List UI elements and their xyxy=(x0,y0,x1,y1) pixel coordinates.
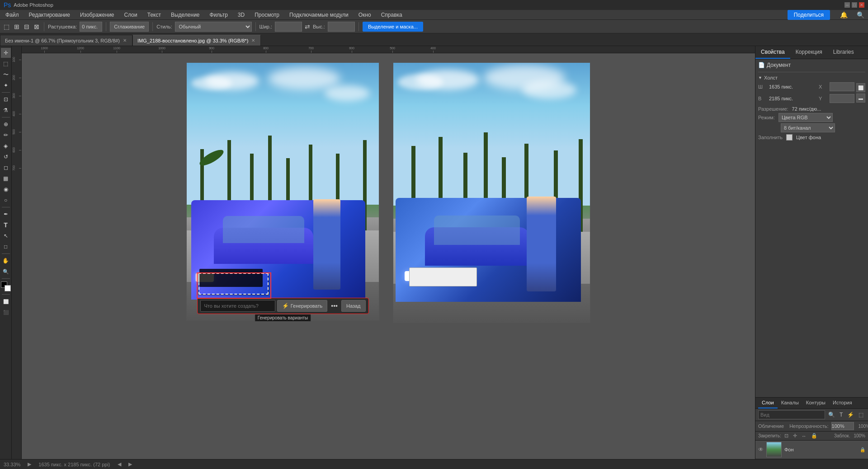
sep3 xyxy=(152,22,153,31)
path-select-tool[interactable]: ↖ xyxy=(1,231,11,241)
mode-select[interactable]: Цвета RGB CMYK Оттенки серого xyxy=(778,113,833,122)
history-brush-tool[interactable]: ↺ xyxy=(1,152,11,162)
lock-pixels-btn[interactable]: ⊡ xyxy=(783,432,790,439)
eraser-tool[interactable]: ◻ xyxy=(1,163,11,173)
bits-row: 8 бит/канал 16 бит/канал 32 бит/канал xyxy=(758,123,865,132)
layers-tab-paths[interactable]: Контуры xyxy=(802,398,829,408)
generate-more-button[interactable]: ••• xyxy=(329,302,340,310)
layers-effects-btn[interactable]: ⚡ xyxy=(846,411,855,418)
shirina-input[interactable] xyxy=(275,22,302,32)
intersect-selection-btn[interactable]: ⊠ xyxy=(33,22,40,31)
ruler-h-label-6: 800 xyxy=(263,47,269,50)
menu-plugins[interactable]: Подключаемые модули xyxy=(288,11,350,19)
move-tool[interactable]: ✛ xyxy=(1,48,11,58)
menu-file[interactable]: Файл xyxy=(4,11,21,19)
dodge-tool[interactable]: ○ xyxy=(1,195,11,205)
lock-position-btn[interactable]: ✛ xyxy=(792,432,798,439)
magic-wand-tool[interactable]: ✦ xyxy=(1,80,11,90)
add-selection-btn[interactable]: ⊞ xyxy=(13,22,20,31)
blur-tool[interactable]: ◉ xyxy=(1,184,11,194)
pen-tool[interactable]: ✒ xyxy=(1,209,11,219)
menu-view[interactable]: Просмотр xyxy=(253,11,281,19)
layers-filter-btn[interactable]: 🔍 xyxy=(827,411,836,418)
tab-0-close[interactable]: ✕ xyxy=(122,38,127,43)
rastushevka-input[interactable] xyxy=(80,22,102,32)
menu-layers[interactable]: Слои xyxy=(123,11,139,19)
crop-tool[interactable]: ⊡ xyxy=(1,94,11,104)
swap-icon[interactable]: ⇄ xyxy=(305,23,310,30)
lock-all-btn[interactable]: 🔒 xyxy=(810,432,819,439)
generate-back-button[interactable]: Назад xyxy=(341,300,366,312)
document-label: Документ xyxy=(767,62,791,68)
layer-visibility-icon[interactable]: 👁 xyxy=(758,446,764,453)
layers-tab-channels[interactable]: Каналы xyxy=(778,398,802,408)
opacity-input[interactable] xyxy=(831,422,854,430)
clone-tool[interactable]: ◈ xyxy=(1,141,11,151)
layers-add-btn[interactable]: T xyxy=(838,411,844,418)
tab-1-close[interactable]: ✕ xyxy=(250,38,256,43)
tab-0-label: Без имени-1 @ 66.7% (Прямоугольник 3, RG… xyxy=(5,38,120,43)
layer-item-background[interactable]: 👁 Фон 🔒 xyxy=(755,441,868,459)
hand-tool[interactable]: ✋ xyxy=(1,256,11,266)
select-rect-tool[interactable]: ⬚ xyxy=(1,59,11,69)
portrait-btn[interactable]: ⬜ xyxy=(856,83,865,92)
bits-select[interactable]: 8 бит/канал 16 бит/канал 32 бит/канал xyxy=(781,123,835,132)
layers-tab-history[interactable]: История xyxy=(829,398,856,408)
lasso-tool[interactable]: 〜 xyxy=(1,70,11,80)
menu-edit[interactable]: Редактирование xyxy=(27,11,72,19)
layers-link-btn[interactable]: ⬚ xyxy=(857,411,865,418)
landscape-btn[interactable]: ▬ xyxy=(856,94,865,103)
vysota-input[interactable] xyxy=(328,22,355,32)
menu-window[interactable]: Окно xyxy=(357,11,373,19)
tab-properties[interactable]: Свойства xyxy=(755,46,790,59)
tab-correction[interactable]: Коррекция xyxy=(790,46,828,59)
heal-tool[interactable]: ⊕ xyxy=(1,119,11,129)
menu-image[interactable]: Изображение xyxy=(78,11,116,19)
status-forward-nav[interactable]: ▶ xyxy=(128,461,132,467)
notification-icon[interactable]: 🔔 xyxy=(840,11,848,19)
brush-tool[interactable]: ✏ xyxy=(1,130,11,140)
menu-help[interactable]: Справка xyxy=(379,11,404,19)
shapes-tool[interactable]: □ xyxy=(1,242,11,252)
color-boxes[interactable] xyxy=(1,281,11,291)
maximize-button[interactable]: □ xyxy=(852,2,857,8)
layers-search-input[interactable] xyxy=(758,410,825,419)
selection-mask-button[interactable]: Выделение и маска... xyxy=(363,22,423,32)
layers-tab-layers[interactable]: Слои xyxy=(758,398,778,408)
sglazhivanie-btn[interactable]: Сглаживание xyxy=(110,22,149,32)
generate-input[interactable] xyxy=(200,300,275,312)
fill-color-swatch[interactable] xyxy=(786,134,793,141)
share-button[interactable]: Поделиться xyxy=(788,10,830,20)
quick-mask-tool[interactable]: ⬜ xyxy=(1,296,11,306)
menu-select[interactable]: Выделение xyxy=(169,11,202,19)
search-button[interactable]: 🔍 xyxy=(857,11,864,19)
tab-libraries[interactable]: Libraries xyxy=(828,46,859,59)
menu-3d[interactable]: 3D xyxy=(236,11,246,19)
tab-1[interactable]: IMG_2188-восстановлено.jpg @ 33.3% (RGB/… xyxy=(132,35,261,46)
stil-select[interactable]: Обычный Фиксированные пропорции Фиксиров… xyxy=(175,22,252,32)
layer-thumb-inner xyxy=(767,442,781,457)
minimize-button[interactable]: ─ xyxy=(844,2,850,8)
screen-mode-tool[interactable]: ⬛ xyxy=(1,307,11,317)
fill-label: Заполнить xyxy=(758,135,783,140)
new-selection-btn[interactable]: ⬚ xyxy=(3,22,10,31)
text-tool[interactable]: T xyxy=(1,220,11,230)
tab-0[interactable]: Без имени-1 @ 66.7% (Прямоугольник 3, RG… xyxy=(0,35,132,46)
height-row: В 2185 пикс. Y xyxy=(758,94,854,103)
zoom-tool[interactable]: 🔍 xyxy=(1,267,11,277)
background-color[interactable] xyxy=(5,285,11,291)
y-input[interactable] xyxy=(830,94,854,103)
gradient-tool[interactable]: ▦ xyxy=(1,174,11,183)
tool-sep-4 xyxy=(2,253,10,254)
status-arrow-nav[interactable]: ◀ xyxy=(118,461,121,467)
menu-filter[interactable]: Фильтр xyxy=(208,11,230,19)
eyedropper-tool[interactable]: ⚗ xyxy=(1,105,11,115)
lock-artboard-btn[interactable]: ↔ xyxy=(800,433,808,439)
generate-button[interactable]: ⚡ Генерировать xyxy=(277,300,327,312)
titlebar-right: ─ □ ✕ xyxy=(844,2,864,8)
status-arrow[interactable]: ▶ xyxy=(28,461,31,467)
subtract-selection-btn[interactable]: ⊟ xyxy=(23,22,30,31)
x-input[interactable] xyxy=(830,82,854,91)
close-button[interactable]: ✕ xyxy=(859,2,864,8)
menu-text[interactable]: Текст xyxy=(146,11,163,19)
